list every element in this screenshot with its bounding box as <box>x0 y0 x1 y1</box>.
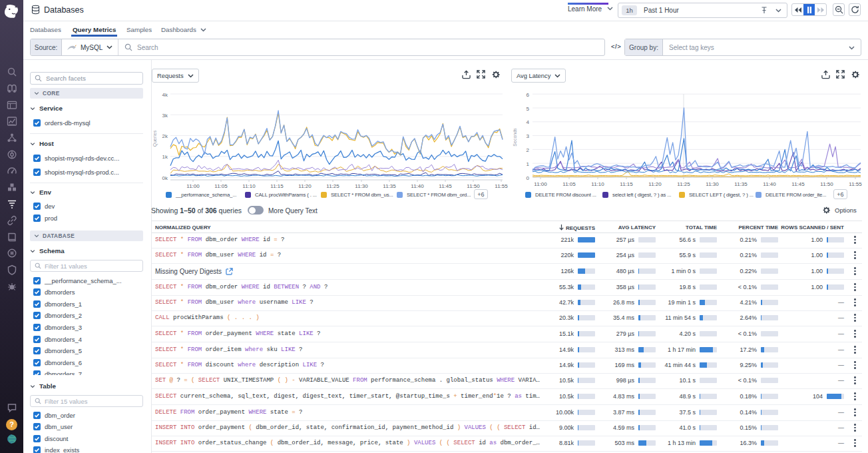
svg-text:11:15: 11:15 <box>270 183 284 189</box>
svg-text:11:00: 11:00 <box>186 183 200 189</box>
svg-text:4k: 4k <box>162 92 168 98</box>
svg-text:Seconds: Seconds <box>513 128 517 147</box>
svg-text:11:35: 11:35 <box>734 181 748 187</box>
svg-text:11:20: 11:20 <box>298 183 312 189</box>
svg-text:11:05: 11:05 <box>214 183 228 189</box>
svg-text:11:35: 11:35 <box>383 183 396 189</box>
svg-text:11:25: 11:25 <box>326 183 339 189</box>
svg-text:11:45: 11:45 <box>791 181 805 187</box>
svg-text:0: 0 <box>527 175 530 181</box>
svg-text:3: 3 <box>527 133 530 139</box>
svg-text:11:10: 11:10 <box>591 181 604 187</box>
svg-text:3k: 3k <box>162 113 168 119</box>
svg-text:11:20: 11:20 <box>648 181 662 187</box>
svg-text:11:10: 11:10 <box>242 183 256 189</box>
svg-text:1: 1 <box>527 161 530 167</box>
svg-text:5: 5 <box>527 106 530 112</box>
svg-text:11:45: 11:45 <box>439 183 452 189</box>
svg-text:11:55: 11:55 <box>849 181 862 187</box>
svg-text:2: 2 <box>527 147 530 153</box>
svg-text:11:50: 11:50 <box>467 183 480 189</box>
svg-text:1k: 1k <box>162 154 168 160</box>
svg-text:11:30: 11:30 <box>355 183 368 189</box>
svg-text:4: 4 <box>527 119 530 125</box>
svg-text:Queries: Queries <box>152 130 158 147</box>
svg-text:11:55: 11:55 <box>495 183 508 189</box>
svg-text:11:15: 11:15 <box>620 181 633 187</box>
svg-text:6: 6 <box>527 92 530 98</box>
svg-text:11:40: 11:40 <box>763 181 776 187</box>
svg-text:11:50: 11:50 <box>820 181 833 187</box>
svg-text:0k: 0k <box>162 175 168 181</box>
svg-text:11:25: 11:25 <box>677 181 690 187</box>
svg-text:11:05: 11:05 <box>562 181 576 187</box>
svg-text:2k: 2k <box>162 133 168 139</box>
svg-text:11:40: 11:40 <box>411 183 424 189</box>
svg-text:11:00: 11:00 <box>534 181 547 187</box>
svg-text:11:30: 11:30 <box>706 181 719 187</box>
